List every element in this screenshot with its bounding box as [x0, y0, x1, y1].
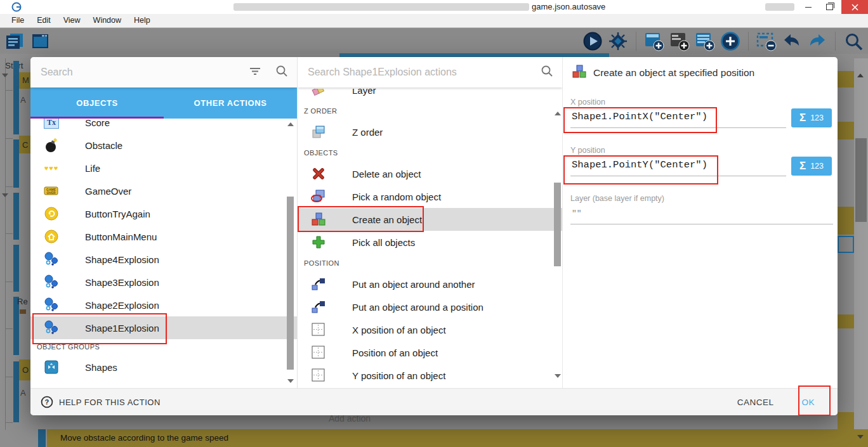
- menu-edit[interactable]: Edit: [30, 14, 57, 27]
- scrollbar-thumb[interactable]: [554, 183, 561, 266]
- object-name: Shape2Explosion: [85, 300, 159, 311]
- action-label: Put an object around another: [352, 279, 475, 290]
- project-manager-icon[interactable]: [4, 30, 25, 52]
- collapse-arrow-icon: [2, 193, 8, 197]
- tab-objects[interactable]: OBJECTS: [30, 87, 164, 119]
- redacted-title-tail: [765, 3, 794, 11]
- action-row[interactable]: Pick all objects: [298, 231, 562, 254]
- menu-view[interactable]: View: [57, 14, 87, 27]
- field-underline: [570, 176, 786, 176]
- object-groups-header: OBJECT GROUPS: [37, 340, 297, 353]
- hearts-icon: ♥♥♥: [43, 164, 60, 172]
- comment-block: [838, 412, 854, 430]
- group-name: Shapes: [85, 362, 117, 373]
- sigma-icon: Σ: [799, 160, 806, 172]
- remove-event-icon[interactable]: [756, 30, 777, 52]
- ok-button[interactable]: OK: [801, 398, 815, 407]
- scroll-down-icon[interactable]: [287, 379, 294, 383]
- action-section-header: OBJECTS: [304, 143, 562, 162]
- undo-icon[interactable]: [781, 30, 803, 52]
- home-button-icon: [43, 230, 60, 243]
- action-row[interactable]: Layer: [298, 89, 562, 101]
- help-link[interactable]: ? HELP FOR THIS ACTION: [41, 396, 161, 408]
- expression-editor-button[interactable]: Σ123: [791, 108, 832, 127]
- event-tree-guide: [5, 58, 6, 430]
- toolbar-separator: [748, 32, 749, 51]
- delete-object-icon: [310, 167, 327, 181]
- action-row[interactable]: Z order: [298, 120, 562, 143]
- add-comment-icon[interactable]: [669, 30, 690, 52]
- action-row[interactable]: X position of an object: [298, 318, 562, 341]
- object-row[interactable]: Shape2Explosion: [30, 294, 297, 316]
- object-group-row[interactable]: Shapes: [30, 356, 297, 379]
- action-row[interactable]: Create an object: [298, 208, 562, 231]
- event-condition-bar: [13, 193, 19, 240]
- layer-icon: [310, 89, 327, 96]
- action-row[interactable]: Pick a random object: [298, 185, 562, 208]
- object-row[interactable]: Obstacle: [30, 134, 297, 157]
- text-object-icon: Tx: [43, 119, 60, 129]
- close-button[interactable]: [841, 0, 868, 14]
- object-row[interactable]: TxScore: [30, 119, 297, 134]
- tab-other-actions[interactable]: OTHER ACTIONS: [164, 87, 297, 119]
- event-condition-bar: [38, 429, 46, 447]
- scroll-up-icon[interactable]: [857, 74, 864, 77]
- field-label: X position: [570, 98, 605, 107]
- field-value-input[interactable]: [570, 208, 789, 219]
- selector-tabs: OBJECTSOTHER ACTIONS: [30, 87, 297, 119]
- filter-icon[interactable]: [249, 67, 261, 78]
- object-row[interactable]: ♥♥♥Life: [30, 157, 297, 179]
- object-search-input[interactable]: [39, 66, 249, 79]
- menu-file[interactable]: File: [5, 14, 30, 27]
- scroll-up-icon[interactable]: [555, 112, 561, 115]
- action-row[interactable]: Delete an object: [298, 162, 562, 185]
- action-label: Y position of an object: [352, 370, 445, 381]
- event-sheet-scrollbar[interactable]: [854, 58, 868, 447]
- menu-help[interactable]: Help: [128, 14, 157, 27]
- action-label: Layer: [352, 89, 376, 96]
- object-name: Obstacle: [85, 140, 122, 151]
- object-row[interactable]: Shape3Explosion: [30, 271, 297, 294]
- scrollbar-thumb[interactable]: [287, 197, 294, 370]
- object-row[interactable]: Shape1Explosion: [30, 316, 297, 339]
- action-row[interactable]: Put an object around another: [298, 273, 562, 295]
- dialog-footer: ? HELP FOR THIS ACTION CANCEL OK: [30, 388, 838, 415]
- event-condition-bar: [13, 361, 19, 422]
- action-row[interactable]: Put an object around a position: [298, 295, 562, 318]
- minimize-button[interactable]: [798, 0, 819, 14]
- scroll-down-icon[interactable]: [555, 374, 561, 378]
- add-object-icon[interactable]: [643, 30, 665, 52]
- sigma-icon: Σ: [799, 112, 806, 124]
- around-position-icon: [310, 300, 327, 314]
- play-icon[interactable]: [582, 30, 603, 52]
- redo-icon[interactable]: [806, 30, 828, 52]
- field-value-input[interactable]: [570, 110, 789, 123]
- scroll-down-icon[interactable]: [857, 435, 864, 439]
- object-row[interactable]: ButtonMainMenu: [30, 225, 297, 248]
- scroll-up-icon[interactable]: [287, 122, 294, 126]
- field-value-input[interactable]: [570, 159, 789, 171]
- scrollbar-thumb[interactable]: [855, 138, 867, 222]
- expression-editor-button[interactable]: Σ123: [791, 157, 832, 176]
- cancel-button[interactable]: CANCEL: [737, 398, 774, 407]
- action-row[interactable]: Y position of an object: [298, 364, 562, 387]
- restore-button[interactable]: [819, 0, 840, 14]
- add-event-icon[interactable]: [694, 30, 716, 52]
- menu-window[interactable]: Window: [87, 14, 128, 27]
- action-row[interactable]: Position of an object: [298, 341, 562, 364]
- scene-editor-icon[interactable]: [29, 30, 51, 52]
- search-icon[interactable]: [843, 30, 864, 52]
- toolbar-separator: [636, 32, 636, 51]
- debug-icon[interactable]: [607, 30, 629, 52]
- search-icon: [541, 65, 553, 80]
- comment-fragment: M: [22, 75, 29, 85]
- field-underline: [570, 224, 833, 224]
- position-grid-icon: [310, 323, 327, 337]
- object-row[interactable]: ButtonTryAgain: [30, 202, 297, 225]
- position-grid-icon: [310, 346, 327, 360]
- object-row[interactable]: Shape4Explosion: [30, 248, 297, 271]
- add-circle-icon[interactable]: [720, 30, 741, 52]
- object-row[interactable]: GAMEOVERGameOver: [30, 179, 297, 202]
- action-search-input[interactable]: [306, 66, 541, 79]
- position-grid-icon: [310, 368, 327, 382]
